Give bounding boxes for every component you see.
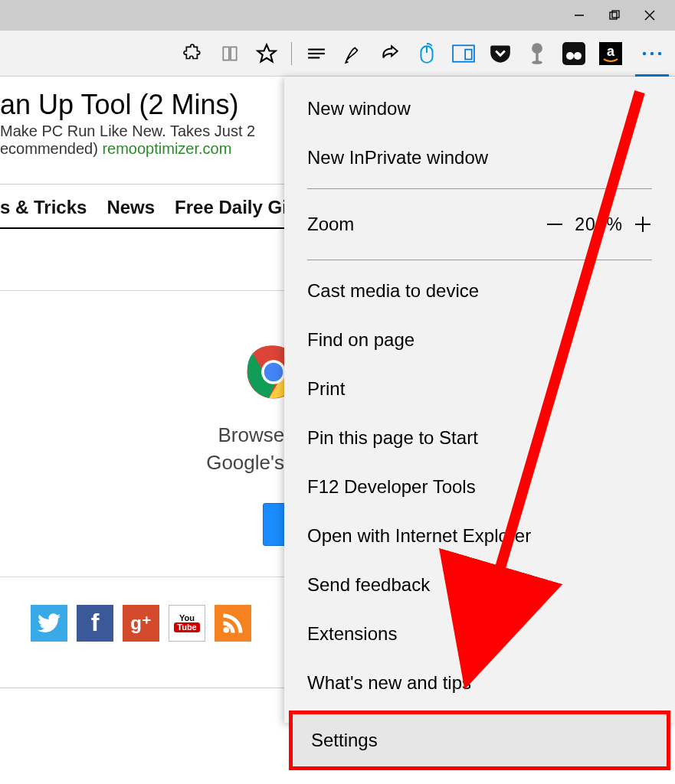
svg-point-15 (532, 60, 542, 64)
menu-devtools[interactable]: F12 Developer Tools (284, 462, 675, 511)
close-button[interactable] (632, 3, 667, 28)
menu-feedback[interactable]: Send feedback (284, 560, 675, 609)
reading-view-icon[interactable] (300, 37, 333, 70)
zoom-label: Zoom (307, 214, 536, 235)
menu-separator (307, 188, 652, 189)
circles-icon[interactable] (557, 37, 591, 70)
more-button[interactable] (635, 37, 669, 70)
menu-print[interactable]: Print (284, 364, 675, 413)
svg-rect-16 (562, 42, 585, 65)
reading-list-icon[interactable] (213, 37, 247, 70)
zoom-out-button[interactable] (536, 206, 573, 243)
share-icon[interactable] (373, 37, 407, 70)
location-icon[interactable] (520, 37, 554, 70)
extensions-icon[interactable] (176, 37, 210, 70)
menu-settings[interactable]: Settings (289, 710, 670, 770)
window-title-bar (0, 0, 675, 31)
googleplus-icon[interactable]: g⁺ (123, 605, 159, 642)
zoom-in-button[interactable] (624, 206, 661, 243)
browser-toolbar: a (0, 31, 675, 77)
svg-rect-14 (536, 52, 538, 61)
svg-point-22 (650, 51, 654, 54)
menu-new-inprivate[interactable]: New InPrivate window (284, 133, 675, 182)
favorites-star-icon[interactable] (250, 37, 283, 70)
amazon-icon[interactable]: a (594, 37, 627, 70)
svg-point-13 (532, 43, 542, 54)
menu-extensions[interactable]: Extensions (284, 609, 675, 658)
more-menu: New window New InPrivate window Zoom 200… (284, 77, 675, 723)
pocket-icon[interactable] (483, 37, 517, 70)
svg-point-23 (658, 51, 661, 54)
menu-new-window[interactable]: New window (284, 84, 675, 133)
menu-find[interactable]: Find on page (284, 315, 675, 364)
menu-cast[interactable]: Cast media to device (284, 266, 675, 315)
notes-icon[interactable] (336, 37, 370, 70)
youtube-icon[interactable]: You Tube (169, 605, 205, 642)
svg-point-21 (643, 51, 646, 54)
ad-domain: remooptimizer.com (102, 140, 231, 157)
toolbar-separator (291, 42, 292, 65)
svg-point-27 (224, 627, 230, 633)
zoom-value: 200% (573, 214, 624, 235)
svg-marker-5 (257, 44, 275, 61)
panel-icon[interactable] (447, 37, 480, 70)
menu-open-ie[interactable]: Open with Internet Explorer (284, 511, 675, 560)
tab-news[interactable]: News (106, 197, 155, 218)
svg-point-17 (566, 52, 574, 60)
menu-zoom-row: Zoom 200% (284, 195, 675, 253)
svg-point-18 (574, 52, 582, 60)
svg-rect-12 (465, 49, 472, 59)
mouse-icon[interactable] (410, 37, 444, 70)
menu-pin[interactable]: Pin this page to Start (284, 413, 675, 462)
twitter-icon[interactable] (31, 605, 67, 642)
maximize-button[interactable] (597, 3, 632, 28)
svg-point-26 (264, 363, 282, 381)
minimize-button[interactable] (562, 3, 597, 28)
rss-icon[interactable] (215, 605, 251, 642)
facebook-icon[interactable]: f (77, 605, 113, 642)
svg-text:a: a (607, 44, 615, 59)
tab-tips-tricks[interactable]: s & Tricks (0, 197, 87, 218)
menu-separator (307, 260, 652, 260)
menu-whats-new[interactable]: What's new and tips (284, 658, 675, 707)
